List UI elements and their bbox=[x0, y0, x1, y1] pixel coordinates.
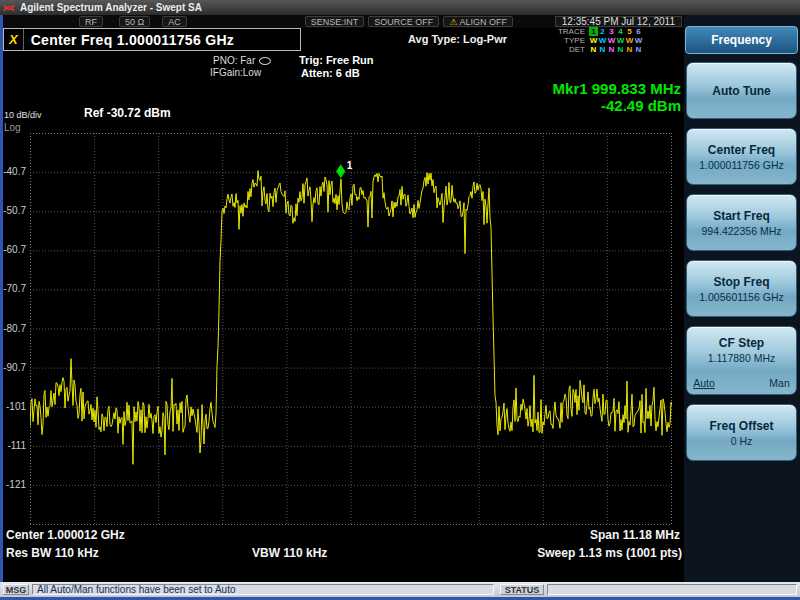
align-annunciator: ⚠ALIGN OFF bbox=[443, 16, 513, 27]
message-bar: MSG All Auto/Man functions have been set… bbox=[0, 582, 800, 597]
pno-label: PNO: Far bbox=[213, 55, 255, 66]
clock: 12:35:45 PM Jul 12, 2011 bbox=[555, 16, 682, 27]
trace-types: WWWWWW bbox=[589, 36, 643, 45]
softkey-label: Stop Freq bbox=[714, 275, 770, 289]
softkey-freq-offset[interactable]: Freq Offset 0 Hz bbox=[686, 404, 797, 461]
vbw-annotation: VBW 110 kHz bbox=[252, 546, 327, 560]
status-label: STATUS bbox=[500, 584, 544, 595]
softkey-value: 994.422356 MHz bbox=[702, 225, 782, 237]
softkey-label: CF Step bbox=[719, 336, 764, 350]
center-freq-annotation: Center 1.000012 GHz bbox=[6, 528, 125, 542]
sense-annunciator: SENSE:INT bbox=[305, 16, 365, 27]
message-text: All Auto/Man functions have been set to … bbox=[32, 584, 494, 595]
center-freq-readout: Center Freq 1.000011756 GHz bbox=[24, 32, 234, 48]
rbw-annotation: Res BW 110 kHz bbox=[6, 546, 99, 560]
window-title: Agilent Spectrum Analyzer - Swept SA bbox=[20, 2, 202, 13]
screen-border-left bbox=[0, 15, 3, 598]
atten-readout: Atten: 6 dB bbox=[301, 67, 360, 79]
softkey-auto-tune[interactable]: Auto Tune bbox=[686, 62, 797, 119]
instrument-screen: Agilent Spectrum Analyzer - Swept SA RF … bbox=[0, 0, 800, 600]
ifgain-readout: IFGain:Low bbox=[210, 67, 261, 78]
softkey-start-freq[interactable]: Start Freq 994.422356 MHz bbox=[686, 194, 797, 251]
softkey-stop-freq[interactable]: Stop Freq 1.005601156 GHz bbox=[686, 260, 797, 317]
trace-state-table: TRACE123456 TYPEWWWWWW DETNNNNNN bbox=[551, 27, 643, 54]
avg-type-readout: Avg Type: Log-Pwr bbox=[408, 33, 507, 45]
source-annunciator: SOURCE OFF bbox=[368, 16, 439, 27]
pno-far-icon bbox=[259, 57, 271, 65]
trace-numbers: 123456 bbox=[589, 27, 643, 36]
softkey-menu-title: Frequency bbox=[685, 26, 798, 54]
softkey-center-freq[interactable]: Center Freq 1.000011756 GHz bbox=[686, 128, 797, 185]
spectrum-display: 1 bbox=[30, 133, 672, 525]
auto-option: Auto bbox=[693, 377, 715, 389]
x-series-logo-icon: X bbox=[4, 29, 24, 50]
softkey-label: Auto Tune bbox=[712, 84, 770, 98]
marker-1-number: 1 bbox=[347, 160, 353, 171]
amplitude-scale-mode: Log bbox=[4, 122, 21, 133]
msg-label: MSG bbox=[3, 584, 29, 595]
marker-readout: Mkr1 999.833 MHz -42.49 dBm bbox=[553, 80, 681, 114]
warning-icon: ⚠ bbox=[449, 17, 457, 27]
sweep-annotation: Sweep 1.13 ms (1001 pts) bbox=[537, 546, 682, 560]
softkey-label: Freq Offset bbox=[709, 419, 773, 433]
span-annotation: Span 11.18 MHz bbox=[590, 528, 680, 542]
trace-detectors: NNNNNN bbox=[589, 45, 643, 54]
align-off-label: ALIGN OFF bbox=[459, 17, 507, 27]
marker-amplitude: -42.49 dBm bbox=[553, 97, 681, 114]
coupling-annunciator: AC bbox=[162, 16, 187, 27]
pno-readout: PNO: Far bbox=[213, 55, 271, 66]
marker-1-diamond-icon bbox=[336, 164, 345, 178]
softkey-label: Center Freq bbox=[708, 143, 775, 157]
center-freq-display: X Center Freq 1.000011756 GHz bbox=[3, 28, 301, 51]
rf-annunciator: RF bbox=[79, 16, 103, 27]
softkey-value: 1.005601156 GHz bbox=[699, 291, 783, 303]
ref-level: Ref -30.72 dBm bbox=[84, 106, 171, 120]
softkey-value: 1.117880 MHz bbox=[708, 352, 776, 364]
softkey-cf-step[interactable]: CF Step 1.117880 MHz AutoMan bbox=[686, 326, 797, 395]
title-bar: Agilent Spectrum Analyzer - Swept SA bbox=[0, 0, 800, 15]
softkey-value: 0 Hz bbox=[731, 435, 753, 447]
trace-row-label: TRACE bbox=[551, 27, 585, 36]
status-field bbox=[547, 584, 797, 595]
man-option: Man bbox=[769, 377, 789, 389]
trigger-readout: Trig: Free Run bbox=[299, 54, 374, 66]
type-row-label: TYPE bbox=[551, 36, 585, 45]
scale-per-div: 10 dB/div bbox=[4, 110, 42, 120]
marker-freq: Mkr1 999.833 MHz bbox=[553, 80, 681, 97]
softkey-value: 1.000011756 GHz bbox=[699, 159, 783, 171]
impedance-annunciator: 50 Ω bbox=[119, 16, 150, 27]
auto-man-toggle: AutoMan bbox=[693, 377, 790, 389]
y-axis-labels: -40.7-50.7-60.7-70.7-80.7-90.7-101-111-1… bbox=[0, 0, 28, 600]
agilent-logo-icon bbox=[3, 2, 15, 14]
det-row-label: DET bbox=[551, 45, 585, 54]
softkey-label: Start Freq bbox=[713, 209, 770, 223]
